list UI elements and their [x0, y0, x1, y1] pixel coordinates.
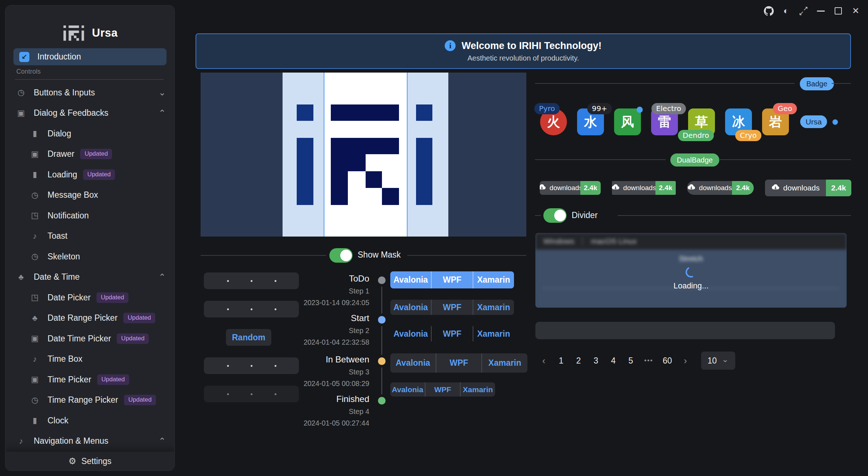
minimize-button[interactable]	[812, 3, 830, 19]
page-button-1[interactable]: 1	[555, 353, 567, 369]
step-dot-todo	[378, 276, 386, 284]
updated-badge: Updated	[97, 374, 129, 385]
loading-panel-tabbar: Windows macOS Linux	[535, 233, 847, 250]
cryo-character: 冰	[732, 113, 745, 131]
button-group-3: AvaloniaWPFXamarin	[390, 326, 514, 341]
music-icon: ♪	[30, 354, 40, 364]
page-button-4[interactable]: 4	[607, 353, 620, 369]
wpf-button[interactable]: WPF	[431, 271, 472, 288]
wpf-button[interactable]: WPF	[425, 382, 460, 397]
dendro-character: 草	[695, 113, 708, 131]
page-button-2[interactable]: 2	[572, 353, 585, 369]
arrow-square-icon: ◳	[30, 293, 40, 302]
divider-line	[535, 83, 795, 84]
avalonia-button[interactable]: Avalonia	[390, 271, 431, 288]
music-icon: ♪	[16, 436, 26, 446]
step-number: Step 1	[246, 287, 369, 295]
sidebar-item-time-range-picker[interactable]: ◷Time Range PickerUpdated	[5, 390, 174, 411]
next-page-button[interactable]: ›	[679, 353, 692, 369]
sidebar-item-clock[interactable]: ▮Clock	[5, 410, 174, 431]
divider-toggle[interactable]	[543, 208, 567, 223]
sidebar-item-toast[interactable]: ♪Toast	[5, 226, 174, 247]
tab-windows[interactable]: Windows	[535, 237, 582, 246]
fullscreen-button[interactable]: ↗↙	[795, 3, 812, 19]
wpf-button[interactable]: WPF	[436, 353, 482, 373]
xamarin-button[interactable]: Xamarin	[473, 326, 514, 341]
avalonia-button[interactable]: Avalonia	[390, 382, 425, 397]
sidebar-item-time-picker[interactable]: ▣Time PickerUpdated	[5, 369, 174, 390]
theme-button[interactable]: ◐	[777, 3, 795, 19]
github-button[interactable]	[760, 3, 777, 19]
floppy-icon: ▣	[30, 334, 40, 343]
avalonia-button[interactable]: Avalonia	[390, 300, 431, 315]
sidebar-item-loading[interactable]: ▮LoadingUpdated	[5, 164, 174, 185]
avalonia-button[interactable]: Avalonia	[390, 353, 436, 373]
step-number: Step 2	[246, 327, 369, 335]
updated-badge: Updated	[117, 333, 149, 344]
wpf-button[interactable]: WPF	[431, 300, 472, 315]
downloads-text: downloads	[623, 184, 656, 192]
maximize-icon	[835, 7, 842, 15]
step-title: Start	[246, 313, 369, 323]
page-button-60[interactable]: 60	[661, 353, 674, 369]
step-title: Finished	[246, 394, 369, 404]
show-mask-label: Show Mask	[358, 250, 401, 260]
sidebar-item-drawer[interactable]: ▣DrawerUpdated	[5, 144, 174, 165]
steps-connector-line	[381, 280, 382, 401]
sidebar: Ursa ↙ Introduction Controls ◷Buttons & …	[5, 5, 175, 471]
floppy-icon: ▣	[16, 108, 26, 118]
xamarin-button[interactable]: Xamarin	[473, 300, 514, 315]
xamarin-button[interactable]: Xamarin	[481, 353, 527, 373]
arrow-square-icon: ◳	[30, 211, 40, 220]
settings-button[interactable]: ⚙ Settings	[5, 452, 174, 471]
sidebar-item-date-range-picker[interactable]: ♣Date Range PickerUpdated	[5, 308, 174, 329]
wpf-button[interactable]: WPF	[431, 326, 472, 341]
sidebar-item-navigation-menus[interactable]: ♪Navigation & Menus⌃	[5, 431, 174, 452]
sidebar-item-date-time-picker[interactable]: ▣Date Time PickerUpdated	[5, 328, 174, 349]
page-size-select[interactable]: 10⌄	[701, 352, 735, 370]
sidebar-item-skeleton[interactable]: ◷Skeleton	[5, 246, 174, 267]
welcome-title: Welcome to IRIHI Technology!	[461, 40, 601, 52]
pyro-character: 火	[547, 113, 560, 131]
show-mask-toggle[interactable]	[329, 248, 353, 263]
xamarin-button[interactable]: Xamarin	[473, 271, 514, 288]
cloud-download-icon	[687, 183, 696, 193]
sidebar-item-dialog-feedbacks[interactable]: ▣Dialog & Feedbacks⌃	[5, 103, 174, 124]
sidebar-item-label: Buttons & Inputs	[34, 88, 95, 98]
show-mask-row: Show Mask	[201, 248, 526, 263]
page-button-5[interactable]: 5	[625, 353, 637, 369]
badge-divider-label: Badge	[800, 77, 834, 90]
battery-icon: ▮	[30, 170, 40, 179]
tab-macos-linux[interactable]: macOS Linux	[583, 237, 645, 246]
sidebar-item-date-picker[interactable]: ◳Date PickerUpdated	[5, 287, 174, 308]
sidebar-item-label: Date Time Picker	[48, 334, 111, 344]
sidebar-item-introduction[interactable]: ↙ Introduction	[13, 48, 166, 65]
downloads-text: downloads	[783, 184, 819, 192]
xamarin-button[interactable]: Xamarin	[460, 382, 495, 397]
maximize-button[interactable]	[830, 3, 847, 19]
text-input[interactable]	[535, 322, 835, 339]
steps-timeline: ToDoStep 12023-01-14 09:24:05StartStep 2…	[232, 267, 392, 437]
sidebar-item-message-box[interactable]: ◷Message Box	[5, 185, 174, 206]
avalonia-button[interactable]: Avalonia	[390, 326, 431, 341]
sidebar-item-label: Introduction	[37, 52, 81, 62]
sidebar-item-label: Time Range Picker	[48, 395, 118, 405]
step-date: 2024-01-05 00:27:44	[246, 419, 369, 427]
sidebar-item-dialog[interactable]: ▮Dialog	[5, 123, 174, 144]
sidebar-item-buttons-inputs[interactable]: ◷Buttons & Inputs⌄	[5, 82, 174, 103]
app-logo-row: Ursa	[5, 21, 174, 45]
sidebar-item-time-box[interactable]: ♪Time Box	[5, 349, 174, 370]
sidebar-section-label: Controls	[16, 68, 41, 75]
prev-page-button[interactable]: ‹	[538, 353, 550, 369]
downloads-count: 2.4k	[580, 181, 601, 195]
step-date: 2024-01-05 00:08:29	[246, 379, 369, 388]
page-button-3[interactable]: 3	[590, 353, 602, 369]
sidebar-item-date-time[interactable]: ♣Date & Time⌃	[5, 267, 174, 288]
step-step-2: StartStep 22024-01-04 22:32:58	[246, 313, 369, 346]
divider-demo-row: Divider	[535, 208, 851, 223]
trees-icon: ♣	[16, 272, 26, 282]
close-button[interactable]: ✕	[847, 3, 864, 19]
downloads-badge-3: downloads2.4k	[687, 181, 754, 195]
element-badges-row: 火Pyro水99+风雷Electro草Dendro冰Cryo岩Geo	[540, 108, 789, 135]
sidebar-item-notification[interactable]: ◳Notification	[5, 205, 174, 226]
